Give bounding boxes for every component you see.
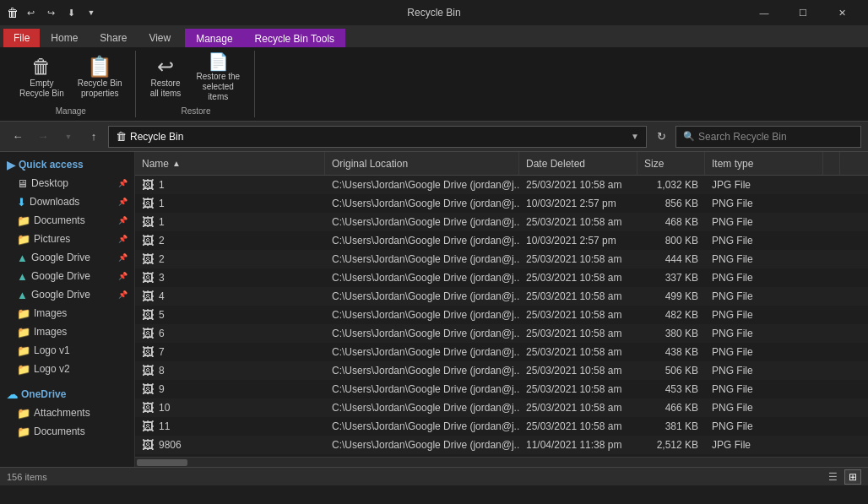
horizontal-scrollbar[interactable] — [135, 457, 868, 467]
col-header-name[interactable]: Name ▲ — [135, 152, 325, 175]
file-location-cell: C:\Users\Jordan\Google Drive (jordan@j..… — [325, 213, 519, 231]
tab-share[interactable]: Share — [89, 29, 138, 47]
restore-buttons: ↩ Restoreall items 📄 Restore theselected… — [144, 51, 248, 105]
qat-save[interactable]: ⬇ — [62, 4, 79, 21]
large-icons-view-button[interactable]: ⊞ — [844, 469, 861, 485]
table-row[interactable]: 🖼 1 C:\Users\Jordan\Google Drive (jordan… — [135, 176, 868, 194]
col-header-date-deleted[interactable]: Date Deleted — [519, 152, 637, 175]
sidebar-item-google-drive-3[interactable]: ▲ Google Drive 📌 — [0, 285, 134, 304]
recent-button[interactable]: ▼ — [57, 126, 79, 148]
qat-undo[interactable]: ↩ — [22, 4, 39, 21]
breadcrumb-icon: 🗑 — [116, 130, 127, 143]
file-name-cell: 🖼 1 — [135, 176, 325, 194]
col-header-item-type[interactable]: Item type — [705, 152, 823, 175]
forward-button[interactable]: → — [32, 126, 54, 148]
close-button[interactable]: ✕ — [822, 0, 861, 25]
sidebar-item-images-2[interactable]: 📁 Images — [0, 322, 134, 341]
file-location-cell: C:\Users\Jordan\Google Drive (jordan@j..… — [325, 231, 519, 250]
sidebar-item-images-1[interactable]: 📁 Images — [0, 304, 134, 322]
sidebar-item-google-drive-1[interactable]: ▲ Google Drive 📌 — [0, 248, 134, 267]
file-name-cell: 🖼 6 — [135, 324, 325, 343]
table-row[interactable]: 🖼 11 C:\Users\Jordan\Google Drive (jorda… — [135, 417, 868, 436]
table-row[interactable]: 🖼 5 C:\Users\Jordan\Google Drive (jordan… — [135, 306, 868, 324]
window-controls: — ☐ ✕ — [745, 0, 861, 25]
table-row[interactable]: 🖼 1 C:\Users\Jordan\Google Drive (jordan… — [135, 194, 868, 213]
table-row[interactable]: 🖼 2 C:\Users\Jordan\Google Drive (jordan… — [135, 250, 868, 268]
sidebar-item-quick-access[interactable]: ▶ Quick access — [0, 155, 134, 174]
table-row[interactable]: 🖼 6 C:\Users\Jordan\Google Drive (jordan… — [135, 324, 868, 343]
file-date-cell: 25/03/2021 10:58 am — [519, 361, 637, 380]
restore-all-button[interactable]: ↩ Restoreall items — [144, 51, 187, 105]
file-name: 2 — [159, 235, 165, 247]
file-name: 8 — [159, 365, 165, 377]
sidebar-item-attachments[interactable]: 📁 Attachments — [0, 404, 134, 422]
sidebar-item-logo-v2[interactable]: 📁 Logo v2 — [0, 360, 134, 378]
file-type-cell: PNG File — [705, 361, 823, 380]
file-size-cell: 453 KB — [637, 380, 705, 398]
tab-file[interactable]: File — [3, 29, 40, 47]
main-content: ▶ Quick access 🖥 Desktop 📌 ⬇ Downloads 📌… — [0, 152, 868, 467]
minimize-button[interactable]: — — [745, 0, 784, 25]
tab-home[interactable]: Home — [40, 29, 89, 47]
col-header-size[interactable]: Size — [637, 152, 705, 175]
table-row[interactable]: 🖼 8 C:\Users\Jordan\Google Drive (jordan… — [135, 361, 868, 380]
file-type-icon: 🖼 — [142, 308, 154, 322]
sidebar-item-downloads[interactable]: ⬇ Downloads 📌 — [0, 192, 134, 211]
file-type-cell: PNG File — [705, 324, 823, 343]
maximize-button[interactable]: ☐ — [784, 0, 822, 25]
breadcrumb-chevron: ▼ — [631, 132, 639, 141]
sidebar-item-documents[interactable]: 📁 Documents 📌 — [0, 211, 134, 230]
file-location-cell: C:\Users\Jordan\Google Drive (jordan@j..… — [325, 306, 519, 324]
pin-icon-6: 📌 — [118, 272, 127, 280]
address-bar[interactable]: 🗑 Recycle Bin ▼ — [108, 126, 647, 148]
tab-view[interactable]: View — [138, 29, 182, 47]
recycle-bin-properties-button[interactable]: 📋 Recycle Binproperties — [72, 51, 128, 105]
search-placeholder: Search Recycle Bin — [698, 131, 787, 143]
file-name-cell: 🖼 11 — [135, 417, 325, 436]
empty-recycle-bin-button[interactable]: 🗑 EmptyRecycle Bin — [14, 51, 70, 105]
refresh-button[interactable]: ↻ — [650, 126, 672, 148]
manage-group-label: Manage — [56, 106, 86, 117]
col-date-label: Date Deleted — [526, 158, 585, 170]
h-scroll-thumb[interactable] — [137, 459, 187, 466]
sidebar-item-desktop[interactable]: 🖥 Desktop 📌 — [0, 174, 134, 192]
search-bar[interactable]: 🔍 Search Recycle Bin — [675, 126, 861, 148]
sidebar-item-documents-2[interactable]: 📁 Documents — [0, 422, 134, 441]
table-row[interactable]: 🖼 1 C:\Users\Jordan\Google Drive (jordan… — [135, 213, 868, 231]
table-row[interactable]: 🖼 10 C:\Users\Jordan\Google Drive (jorda… — [135, 398, 868, 417]
sidebar: ▶ Quick access 🖥 Desktop 📌 ⬇ Downloads 📌… — [0, 152, 135, 467]
col-header-extra[interactable] — [823, 152, 840, 175]
file-type-icon: 🖼 — [142, 420, 154, 433]
table-row[interactable]: 🖼 9806 C:\Users\Jordan\Google Drive (jor… — [135, 436, 868, 454]
restore-group-label: Restore — [181, 106, 210, 117]
details-view-button[interactable]: ☰ — [824, 469, 841, 485]
images-label-1: Images — [34, 307, 67, 319]
table-row[interactable]: 🖼 2 C:\Users\Jordan\Google Drive (jordan… — [135, 231, 868, 250]
table-row[interactable]: 🖼 3 C:\Users\Jordan\Google Drive (jordan… — [135, 268, 868, 287]
tab-recycle-bin-tools[interactable]: Recycle Bin Tools — [244, 29, 346, 47]
table-row[interactable]: 🖼 9 C:\Users\Jordan\Google Drive (jordan… — [135, 380, 868, 398]
file-list: 🖼 1 C:\Users\Jordan\Google Drive (jordan… — [135, 176, 868, 457]
table-row[interactable]: 🖼 4 C:\Users\Jordan\Google Drive (jordan… — [135, 287, 868, 306]
file-type-cell: PNG File — [705, 194, 823, 213]
qat-chevron[interactable]: ▼ — [83, 4, 100, 21]
back-button[interactable]: ← — [7, 126, 29, 148]
sidebar-item-google-drive-2[interactable]: ▲ Google Drive 📌 — [0, 267, 134, 285]
properties-icon: 📋 — [87, 57, 112, 77]
documents-2-label: Documents — [34, 425, 85, 437]
sidebar-item-onedrive[interactable]: ☁ OneDrive — [0, 385, 134, 404]
tab-manage[interactable]: Manage — [185, 29, 243, 47]
restore-selected-button[interactable]: 📄 Restore theselected items — [188, 51, 247, 105]
title-bar: 🗑 ↩ ↪ ⬇ ▼ Recycle Bin — ☐ ✕ — [0, 0, 868, 25]
attachments-icon: 📁 — [17, 407, 30, 420]
qat-redo[interactable]: ↪ — [42, 4, 59, 21]
file-location-cell: C:\Users\Jordan\Google Drive (jordan@j..… — [325, 380, 519, 398]
sidebar-item-pictures[interactable]: 📁 Pictures 📌 — [0, 230, 134, 248]
up-button[interactable]: ↑ — [83, 126, 105, 148]
col-header-original-location[interactable]: Original Location — [325, 152, 519, 175]
onedrive-label: OneDrive — [21, 388, 66, 400]
sidebar-item-logo-v1[interactable]: 📁 Logo v1 — [0, 341, 134, 360]
table-row[interactable]: 🖼 7 C:\Users\Jordan\Google Drive (jordan… — [135, 343, 868, 361]
file-name: 6 — [159, 328, 165, 339]
logo-v2-label: Logo v2 — [34, 363, 70, 375]
